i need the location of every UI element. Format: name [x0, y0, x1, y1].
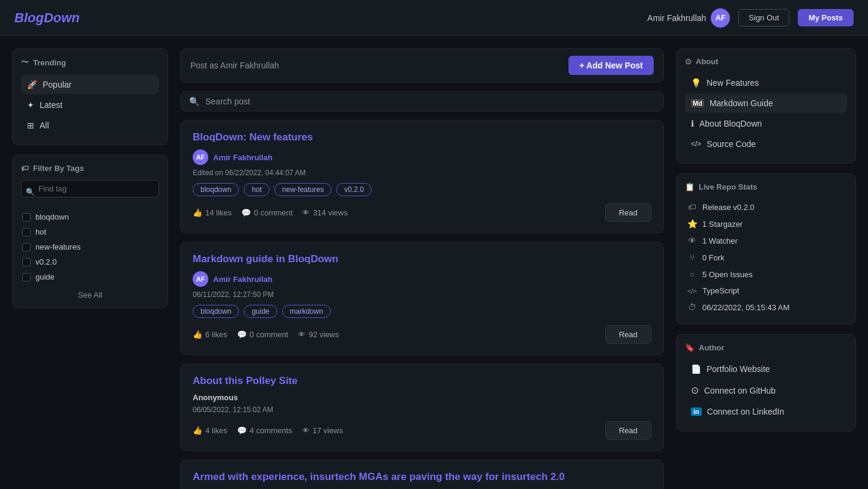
add-post-button[interactable]: + Add New Post: [568, 56, 654, 75]
author-item-linkedin[interactable]: in Connect on LinkedIn: [685, 402, 847, 421]
stat-language: </> TypeScript: [685, 283, 847, 299]
live-repo-section: 📋 Live Repo Stats 🏷 Release v0.2.0 ⭐ 1 S…: [676, 173, 856, 325]
post-title-4: Armed with experience, insurtech MGAs ar…: [193, 471, 651, 483]
center-column: Post as Amir Fakhrullah + Add New Post 🔍…: [180, 48, 664, 489]
clock-icon: ⏱: [687, 302, 697, 312]
post-footer-3: 👍 4 likes 💬 4 comments 👁 17 views Read: [193, 421, 651, 440]
about-icon: ⊙: [685, 57, 692, 66]
tag-item-bloqdown[interactable]: bloqdown: [21, 209, 159, 224]
stat-stargazer: ⭐ 1 Stargazer: [685, 215, 847, 232]
star-icon: ⭐: [687, 219, 697, 229]
tag-badge-bloqdown-2[interactable]: bloqdown: [193, 305, 239, 318]
post-tags-2: bloqdown guide markdown: [193, 305, 651, 318]
post-likes-1: 👍 14 likes: [193, 208, 232, 217]
read-button-2[interactable]: Read: [605, 325, 651, 344]
author-icon: 🔖: [685, 343, 695, 352]
search-input[interactable]: [205, 97, 655, 106]
avatar: AF: [711, 8, 730, 28]
post-likes-3: 👍 4 likes: [193, 426, 228, 435]
tag-badge-hot-1[interactable]: hot: [244, 183, 270, 196]
tag-badge-v020-1[interactable]: v0.2.0: [336, 183, 372, 196]
about-item-about-bloqdown[interactable]: ℹ About BloqDown: [685, 114, 847, 133]
info-icon: ℹ: [691, 119, 694, 128]
tag-badge-bloqdown-1[interactable]: bloqdown: [193, 183, 239, 196]
post-author-name-2: Amir Fakhrullah: [213, 275, 273, 284]
grid-icon: ⊞: [27, 121, 34, 130]
sparkle-icon: ✦: [27, 100, 34, 110]
post-title-3: About this Polley Site: [193, 375, 651, 387]
post-author-avatar-2: AF: [193, 271, 208, 287]
myposts-button[interactable]: My Posts: [798, 9, 854, 26]
search-bar: 🔍: [180, 91, 664, 112]
post-views-2: 👁 92 views: [298, 330, 339, 339]
sidebar-item-latest[interactable]: ✦ Latest: [21, 95, 159, 115]
post-author-name-1: Amir Fakhrullah: [213, 153, 273, 162]
linkedin-icon: in: [691, 407, 702, 416]
tag-search-input[interactable]: [21, 180, 159, 197]
eye-icon-1: 👁: [302, 208, 310, 217]
post-author-row-2: AF Amir Fakhrullah: [193, 271, 651, 287]
post-card-1: BloqDown: New features AF Amir Fakhrulla…: [180, 120, 664, 233]
about-section: ⊙ About 💡 New Features Md Markdown Guide…: [676, 48, 856, 164]
thumbsup-icon-3: 👍: [193, 426, 202, 435]
live-repo-title: 📋 Live Repo Stats: [685, 182, 847, 191]
header-right: Amir Fakhrullah AF Sign Out My Posts: [647, 8, 854, 28]
post-author-row-1: AF Amir Fakhrullah: [193, 149, 651, 165]
trending-icon: 〜: [21, 57, 29, 68]
post-footer-2: 👍 6 likes 💬 0 comment 👁 92 views Read: [193, 325, 651, 344]
tag-icon: 🏷: [21, 164, 29, 173]
post-stats-3: 👍 4 likes 💬 4 comments 👁 17 views: [193, 426, 343, 435]
post-card-3: About this Polley Site Anonymous 06/05/2…: [180, 364, 664, 451]
main-layout: 〜 Trending 🚀 Popular ✦ Latest ⊞ All 🏷 Fi…: [0, 36, 868, 489]
tag-item-guide[interactable]: guide: [21, 269, 159, 284]
tag-checkbox-new-features[interactable]: [22, 243, 31, 251]
tag-badge-markdown-2[interactable]: markdown: [282, 305, 331, 318]
post-views-1: 👁 314 views: [302, 208, 348, 217]
post-footer-1: 👍 14 likes 💬 0 comment 👁 314 views Read: [193, 203, 651, 222]
post-as-text: Post as Amir Fakhrullah: [190, 61, 279, 70]
trending-title: 〜 Trending: [21, 57, 159, 68]
tag-checkbox-v020[interactable]: [22, 258, 31, 266]
code-icon: </>: [691, 140, 701, 148]
sidebar-left: 〜 Trending 🚀 Popular ✦ Latest ⊞ All 🏷 Fi…: [12, 48, 168, 489]
sidebar-item-popular[interactable]: 🚀 Popular: [21, 75, 159, 94]
about-title: ⊙ About: [685, 57, 847, 66]
tag-item-hot[interactable]: hot: [21, 224, 159, 239]
tag-item-v020[interactable]: v0.2.0: [21, 254, 159, 269]
tag-item-new-features[interactable]: new-features: [21, 239, 159, 254]
tag-checkbox-guide[interactable]: [22, 273, 31, 281]
tag-checkbox-hot[interactable]: [22, 228, 31, 236]
post-author-name-3: Anonymous: [193, 393, 238, 402]
post-title-1: BloqDown: New features: [193, 131, 651, 143]
about-item-markdown-guide[interactable]: Md Markdown Guide: [685, 94, 847, 113]
read-button-3[interactable]: Read: [605, 421, 651, 440]
search-icon-small: 🔍: [26, 188, 35, 196]
author-item-portfolio[interactable]: 📄 Portfolio Website: [685, 359, 847, 379]
about-item-source-code[interactable]: </> Source Code: [685, 134, 847, 154]
read-button-1[interactable]: Read: [605, 203, 651, 222]
filter-section: 🏷 Filter by tags 🔍 bloqdown hot new-feat…: [12, 155, 168, 308]
tag-badge-guide-2[interactable]: guide: [244, 305, 277, 318]
post-stats-2: 👍 6 likes 💬 0 comment 👁 92 views: [193, 330, 339, 339]
stat-updated: ⏱ 06/22/2022, 05:15:43 AM: [685, 299, 847, 316]
see-all-button[interactable]: See All: [21, 290, 159, 299]
tag-stat-icon: 🏷: [687, 202, 697, 212]
md-icon: Md: [691, 99, 704, 107]
author-item-github[interactable]: ⊙ Connect on GitHub: [685, 380, 847, 401]
search-icon: 🔍: [189, 97, 199, 106]
post-title-2: Markdown guide in BloqDown: [193, 253, 651, 265]
post-tags-1: bloqdown hot new-features v0.2.0: [193, 183, 651, 196]
signout-button[interactable]: Sign Out: [738, 9, 789, 26]
stat-fork: ⑂ 0 Fork: [685, 249, 847, 266]
post-views-3: 👁 17 views: [302, 426, 343, 435]
sidebar-item-all[interactable]: ⊞ All: [21, 116, 159, 135]
eye-stat-icon: 👁: [687, 236, 697, 245]
about-item-new-features[interactable]: 💡 New Features: [685, 73, 847, 92]
post-author-avatar-1: AF: [193, 149, 208, 165]
tag-checkbox-bloqdown[interactable]: [22, 213, 31, 221]
post-date-3: 06/05/2022, 12:15:02 AM: [193, 406, 651, 414]
tag-badge-new-features-1[interactable]: new-features: [274, 183, 331, 196]
sidebar-right: ⊙ About 💡 New Features Md Markdown Guide…: [676, 48, 856, 489]
stat-issues: ○ 5 Open Issues: [685, 266, 847, 283]
post-as-bar: Post as Amir Fakhrullah + Add New Post: [180, 48, 664, 83]
